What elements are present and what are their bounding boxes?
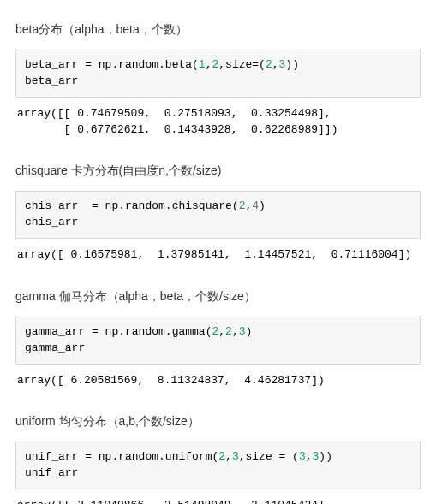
section-heading-gamma: gamma 伽马分布（alpha，beta，个数/size） [15, 289, 421, 305]
section-heading-chisquare: chisquare 卡方分布(自由度n,个数/size) [15, 163, 421, 179]
section-heading-uniform: uniform 均匀分布（a,b,个数/size） [15, 414, 421, 430]
code-cell-uniform: unif_arr = np.random.uniform(2,3,size = … [15, 442, 421, 489]
output-cell-chisquare: array([ 0.16575981, 1.37985141, 1.144575… [15, 247, 421, 264]
section-heading-beta: beta分布（alpha，beta，个数） [15, 22, 421, 38]
output-cell-beta: array([[ 0.74679509, 0.27518093, 0.33254… [15, 106, 421, 139]
code-cell-gamma: gamma_arr = np.random.gamma(2,2,3) gamma… [15, 317, 421, 365]
output-cell-uniform: array([[ 2.11049866, 2.51498949, 2.11045… [15, 498, 421, 504]
code-cell-beta: beta_arr = np.random.beta(1,2,size=(2,3)… [15, 50, 421, 98]
output-cell-gamma: array([ 6.20581569, 8.11324837, 4.462817… [15, 373, 421, 389]
code-cell-chisquare: chis_arr = np.random.chisquare(2,4) chis… [15, 191, 421, 239]
